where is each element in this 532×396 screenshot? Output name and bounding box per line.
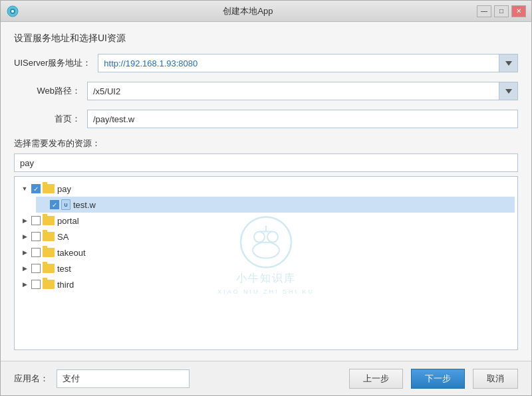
- tree-item-portal[interactable]: ▶ portal: [17, 213, 515, 229]
- checkbox-testw[interactable]: ✓: [50, 200, 59, 209]
- web-path-input[interactable]: [88, 82, 499, 100]
- folder-icon-test: [43, 264, 55, 273]
- app-name-label: 应用名：: [14, 373, 49, 385]
- minimize-button[interactable]: —: [477, 5, 491, 17]
- server-row: UIServer服务地址：: [14, 54, 518, 72]
- checkbox-takeout[interactable]: [31, 248, 41, 257]
- tree-label-sa: SA: [57, 232, 68, 242]
- tree-label-takeout: takeout: [57, 248, 86, 258]
- tree-items: ▼ ✓ pay ▶ ✓ U test.w: [15, 177, 517, 296]
- folder-icon-takeout: [43, 248, 55, 257]
- folder-icon-pay: [43, 184, 55, 193]
- tree-label-portal: portal: [57, 216, 79, 226]
- tree-label-pay: pay: [57, 184, 71, 194]
- next-button[interactable]: 下一步: [411, 369, 465, 389]
- main-content: 设置服务地址和选择UI资源 UIServer服务地址： Web路径：: [1, 22, 531, 361]
- expand-takeout[interactable]: ▶: [20, 248, 29, 257]
- resource-section: 选择需要发布的资源： 小牛知识库 XIAO NIU ZHI SHI KU: [14, 138, 518, 350]
- tree-item-test-w: ▶ ✓ U test.w: [17, 197, 515, 213]
- window-controls: — □ ✕: [477, 5, 526, 17]
- checkbox-pay[interactable]: ✓: [31, 184, 41, 193]
- folder-icon-sa: [43, 232, 55, 241]
- tree-item-sa[interactable]: ▶ SA: [17, 229, 515, 245]
- checkbox-sa[interactable]: [31, 232, 41, 241]
- tree-item-third[interactable]: ▶ third: [17, 276, 515, 292]
- expand-pay[interactable]: ▼: [20, 184, 29, 193]
- resource-tree-container[interactable]: 小牛知识库 XIAO NIU ZHI SHI KU ▼ ✓ pay ▶: [14, 176, 518, 350]
- svg-marker-4: [505, 89, 512, 94]
- expand-testw: ▶: [39, 200, 48, 209]
- folder-icon-third: [43, 280, 55, 289]
- tree-item-pay[interactable]: ▼ ✓ pay: [17, 181, 515, 197]
- window-icon: [6, 5, 19, 18]
- expand-portal[interactable]: ▶: [20, 216, 29, 225]
- main-window: 创建本地App — □ ✕ 设置服务地址和选择UI资源 UIServer服务地址…: [0, 0, 532, 396]
- svg-point-2: [11, 10, 14, 13]
- web-path-dropdown-button[interactable]: [499, 82, 517, 100]
- home-label: 首页：: [14, 113, 80, 125]
- checkbox-third[interactable]: [31, 280, 41, 289]
- tree-label-test: test: [57, 264, 71, 274]
- server-input[interactable]: [98, 54, 499, 72]
- server-dropdown-button[interactable]: [499, 54, 517, 72]
- prev-button[interactable]: 上一步: [349, 369, 403, 389]
- tree-label-third: third: [57, 280, 74, 290]
- checkbox-portal[interactable]: [31, 216, 41, 225]
- folder-icon-portal: [43, 216, 55, 225]
- tree-item-test[interactable]: ▶ test: [17, 260, 515, 276]
- checkbox-test[interactable]: [31, 264, 41, 273]
- web-path-label: Web路径：: [14, 85, 80, 97]
- expand-test[interactable]: ▶: [20, 264, 29, 273]
- tree-item-takeout[interactable]: ▶ takeout: [17, 245, 515, 260]
- home-row: 首页：: [14, 110, 518, 128]
- close-button[interactable]: ✕: [511, 5, 526, 17]
- tree-label-testw: test.w: [73, 200, 96, 210]
- web-path-row: Web路径：: [14, 82, 518, 100]
- expand-third[interactable]: ▶: [20, 280, 29, 289]
- expand-sa[interactable]: ▶: [20, 232, 29, 241]
- svg-marker-3: [505, 61, 512, 66]
- title-bar: 创建本地App — □ ✕: [1, 1, 531, 22]
- server-input-group: [98, 54, 518, 72]
- section-title: 设置服务地址和选择UI资源: [14, 33, 518, 45]
- cancel-button[interactable]: 取消: [473, 369, 518, 389]
- web-path-input-group: [87, 82, 518, 100]
- file-icon-testw: U: [61, 199, 70, 210]
- resource-label: 选择需要发布的资源：: [14, 138, 518, 149]
- server-label: UIServer服务地址：: [14, 57, 91, 69]
- maximize-button[interactable]: □: [494, 5, 509, 17]
- home-input[interactable]: [87, 110, 518, 128]
- bottom-bar: 应用名： 上一步 下一步 取消: [1, 361, 531, 395]
- window-title: 创建本地App: [19, 5, 477, 17]
- tree-item-testw-row[interactable]: ▶ ✓ U test.w: [36, 197, 515, 213]
- resource-search[interactable]: [14, 153, 518, 172]
- app-name-input[interactable]: [57, 369, 190, 388]
